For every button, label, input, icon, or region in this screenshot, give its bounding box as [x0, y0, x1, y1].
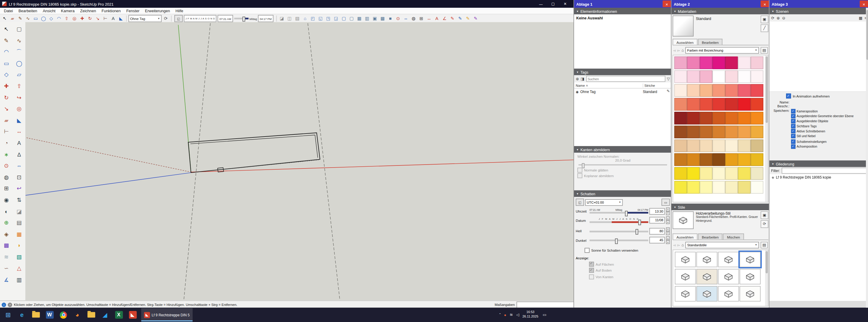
- style-thumbnail[interactable]: [696, 252, 717, 267]
- shadow-time-slider[interactable]: [234, 18, 248, 19]
- checkbox-ausgeblendete-geometrie-oberster-ebene[interactable]: [791, 114, 796, 118]
- eraser-tool-icon[interactable]: ▰: [9, 15, 16, 22]
- edge-app[interactable]: e: [16, 308, 28, 322]
- select-tool-icon[interactable]: ↖: [2, 25, 11, 34]
- textured-style-icon[interactable]: ▩: [379, 15, 386, 22]
- remove-scene-icon[interactable]: ⊖: [782, 16, 785, 20]
- forward-icon[interactable]: ▻: [677, 48, 680, 52]
- axes-tool-icon[interactable]: ∗: [2, 150, 11, 159]
- tray3-scrollbar[interactable]: [866, 8, 868, 308]
- color-swatch[interactable]: [700, 70, 712, 83]
- materials-scrollbar[interactable]: [765, 55, 768, 202]
- offset-tool-icon[interactable]: ◎: [71, 15, 78, 22]
- filter-input[interactable]: [781, 168, 867, 174]
- circle-tool-icon[interactable]: ◯: [14, 59, 24, 68]
- soften-edges-header[interactable]: ▼ Kanten abmildern: [574, 146, 672, 153]
- hidden-icons-button[interactable]: ˆ: [499, 313, 500, 317]
- style-thumbnail[interactable]: [675, 269, 696, 285]
- color-swatch[interactable]: [738, 167, 751, 180]
- slider-thumb[interactable]: [615, 238, 618, 244]
- top-view-icon[interactable]: ◰: [309, 15, 316, 22]
- add-location-tool-icon[interactable]: ⊕: [2, 218, 11, 228]
- color-swatch[interactable]: [738, 153, 751, 166]
- rectangle-tool-icon[interactable]: ▭: [32, 15, 39, 22]
- menu-funktionen[interactable]: Funktionen: [99, 9, 123, 13]
- info-icon[interactable]: i: [2, 302, 6, 307]
- materials-header[interactable]: ▼ Materialien: [672, 8, 770, 14]
- color-swatch[interactable]: [674, 84, 687, 97]
- style-thumbnail[interactable]: [718, 286, 739, 301]
- color-swatch[interactable]: [725, 112, 738, 125]
- styles-tool-icon[interactable]: ▩: [2, 241, 11, 251]
- light-slider[interactable]: [590, 230, 648, 232]
- style-thumbnail[interactable]: [740, 269, 761, 285]
- soften-edges-tool-icon[interactable]: ∽: [2, 264, 11, 273]
- security-icon[interactable]: ●: [504, 313, 506, 317]
- color-swatch[interactable]: [687, 98, 700, 111]
- color-swatch[interactable]: [750, 125, 764, 138]
- details-icon[interactable]: ▤: [761, 241, 768, 248]
- section-fill-toggle-icon[interactable]: ◫: [286, 15, 293, 22]
- color-swatch[interactable]: [712, 98, 725, 111]
- line-tool-icon[interactable]: ✎: [2, 36, 11, 45]
- freehand-tool-icon[interactable]: ∿: [25, 15, 32, 22]
- color-swatch[interactable]: [700, 140, 712, 152]
- move-tool-icon[interactable]: ✚: [79, 15, 86, 22]
- sample-paint-icon[interactable]: ╱: [761, 25, 769, 32]
- style-thumbnail[interactable]: [740, 252, 761, 267]
- spin-down-icon[interactable]: ▾: [666, 240, 670, 244]
- style-thumbnail[interactable]: [718, 269, 739, 285]
- scenes-header[interactable]: ▼ Szenen: [769, 8, 868, 14]
- hidden-line-style-icon[interactable]: ▥: [363, 15, 371, 22]
- maximize-button[interactable]: ▢: [547, 0, 559, 8]
- close-button[interactable]: ✕: [559, 0, 571, 8]
- update-style-icon[interactable]: ⟳: [761, 220, 769, 228]
- tags-search-input[interactable]: [586, 76, 665, 82]
- back-icon[interactable]: ◅: [673, 48, 676, 52]
- minimize-button[interactable]: —: [535, 0, 547, 8]
- scale-tool-icon[interactable]: ↘: [2, 105, 11, 114]
- color-swatch[interactable]: [687, 140, 700, 152]
- date-slider[interactable]: J F M A M J J A S O N D: [590, 218, 648, 223]
- checkbox-stil-und-nebel[interactable]: [791, 134, 796, 139]
- tray1-close-button[interactable]: ✕: [662, 1, 671, 7]
- slider-thumb[interactable]: [636, 229, 638, 235]
- pan-tool-icon[interactable]: ⇔: [14, 162, 24, 171]
- vscode-app[interactable]: ◢: [99, 308, 112, 322]
- shadow-date-slider[interactable]: J F M A M J J A S O N D: [184, 15, 217, 22]
- details-icon[interactable]: ▤: [761, 47, 768, 53]
- push-pull-tool-icon[interactable]: ⇧: [14, 82, 24, 91]
- angle-dimension-tool-icon[interactable]: ∡: [2, 275, 11, 285]
- use-sun-checkbox[interactable]: [585, 247, 590, 253]
- spin-down-icon[interactable]: ▾: [666, 231, 670, 235]
- create-material-icon[interactable]: ▣: [761, 16, 769, 23]
- modeling-canvas[interactable]: [25, 22, 574, 300]
- firefox-app[interactable]: ◕: [71, 308, 84, 322]
- color-swatch[interactable]: [725, 56, 738, 69]
- text-callout-tool-icon[interactable]: A: [433, 15, 440, 22]
- date-stepper[interactable]: ▴▾: [666, 216, 670, 224]
- 3d-text-tool-icon[interactable]: ∆: [14, 150, 24, 159]
- scenes-list[interactable]: [769, 22, 868, 92]
- style-pencil-yellow-icon[interactable]: ✎: [464, 15, 471, 22]
- add-scene-icon[interactable]: ⊕: [776, 16, 780, 20]
- color-swatch[interactable]: [687, 84, 700, 97]
- circle-tool-icon[interactable]: ◯: [40, 15, 47, 22]
- slider-thumb[interactable]: [638, 220, 641, 225]
- section-plane-tool-icon[interactable]: ◪: [278, 15, 285, 22]
- color-swatch[interactable]: [712, 125, 725, 138]
- tray3-close-button[interactable]: ✕: [860, 1, 868, 7]
- color-swatch[interactable]: [750, 181, 764, 194]
- checkbox-ausgeblendete-objekte[interactable]: [791, 119, 796, 123]
- text-tool-icon[interactable]: A: [110, 15, 117, 22]
- rotate-tool-icon[interactable]: ↻: [2, 93, 11, 102]
- color-swatch[interactable]: [674, 167, 687, 180]
- back-icon[interactable]: ◅: [673, 243, 676, 247]
- start-button[interactable]: ⊞: [2, 308, 14, 322]
- taskbar-clock[interactable]: 16:53 26.11.2025: [523, 311, 538, 319]
- spin-down-icon[interactable]: ▾: [666, 220, 670, 224]
- tab-select[interactable]: Auswählen: [673, 39, 697, 45]
- tab-mix[interactable]: Mischen: [723, 233, 744, 239]
- home-icon[interactable]: ⌂: [682, 243, 684, 247]
- front-view-icon[interactable]: ◱: [317, 15, 324, 22]
